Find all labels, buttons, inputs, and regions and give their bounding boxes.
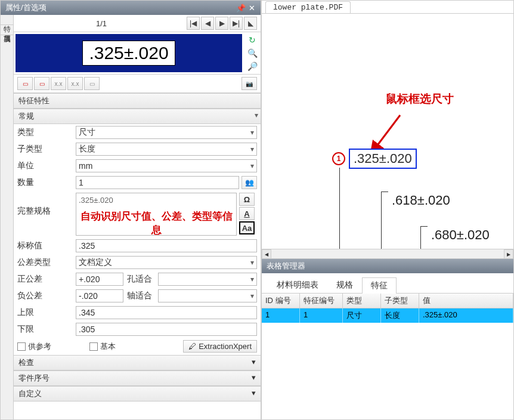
unit-select[interactable]: mm (76, 159, 257, 172)
ptol-label: 正公差 (17, 274, 76, 285)
table-row[interactable]: 1 1 尺寸 长度 .325±.020 (262, 308, 513, 323)
basic-label: 基本 (100, 341, 116, 352)
ntol-input[interactable]: -.020 (76, 289, 123, 302)
horizontal-scrollbar[interactable]: ◀ ▶ (262, 249, 513, 258)
qty-input[interactable]: 1 (76, 176, 239, 189)
tab-table[interactable]: 规格 (327, 277, 362, 293)
flag-icon[interactable]: ◣ (244, 17, 257, 30)
balloon-marker[interactable]: 1 (332, 152, 345, 165)
ntol-label: 负公差 (17, 291, 76, 301)
wand-icon: 🖊 (188, 342, 196, 351)
grid-header: ID 编号 特征编号 类型 子类型 值 (262, 294, 513, 308)
hint-text: 鼠标框选尺寸 (386, 91, 454, 107)
close-icon[interactable]: ✕ (247, 4, 256, 12)
leader-tick (420, 226, 428, 227)
ref-checkbox[interactable] (17, 342, 26, 351)
chevron-down-icon: ▾ (252, 373, 256, 384)
ptol2-select[interactable] (158, 273, 257, 286)
first-button[interactable]: |◀ (187, 17, 200, 30)
annotation-text: 自动识别尺寸值、公差、类型等信息 (79, 209, 234, 237)
omega-icon[interactable]: Ω (239, 193, 255, 206)
section-partseq[interactable]: 零件序号▾ (14, 370, 261, 386)
lower-input[interactable]: .305 (76, 323, 257, 336)
toltype-select[interactable]: 文档定义 (76, 256, 257, 269)
format-icon-2[interactable]: ▭ (34, 77, 49, 90)
dimension-2: .618±.020 (392, 193, 450, 208)
ntol2-select[interactable] (158, 289, 257, 302)
leader-line (381, 192, 382, 249)
side-tab-2[interactable]: 项目属 (1, 25, 13, 35)
leader-line (420, 226, 421, 249)
table-manager-header: 表格管理器 (262, 259, 513, 273)
leader-line (339, 168, 340, 249)
dimension-3: .680±.020 (431, 227, 490, 243)
format-icon-1[interactable]: ▭ (17, 77, 33, 90)
upper-label: 上限 (17, 307, 76, 318)
col-subtype: 子类型 (381, 294, 419, 308)
qty-link-icon[interactable]: 👥 (241, 176, 257, 189)
subtype-label: 子类型 (17, 144, 76, 155)
leader-tick (381, 192, 388, 192)
selected-dimension[interactable]: .325±.020 (349, 149, 417, 169)
style-aa-icon[interactable]: Aa (239, 221, 255, 234)
panel-title: 属性/首选项 (5, 2, 47, 13)
prev-button[interactable]: ◀ (201, 17, 214, 30)
document-tab-strip: lower plate.PDF (262, 1, 513, 14)
last-button[interactable]: ▶| (230, 17, 243, 30)
refresh-icon[interactable]: ↻ (246, 34, 258, 46)
style-a-icon[interactable]: A (239, 207, 255, 220)
svg-line-1 (376, 115, 400, 147)
zoom-fit-icon[interactable]: 🔎 (246, 60, 258, 72)
section-general[interactable]: 常规 (14, 109, 261, 124)
next-button[interactable]: ▶ (215, 17, 228, 30)
subtype-select[interactable]: 长度 (76, 143, 257, 156)
col-value: 值 (419, 294, 513, 308)
col-id: ID 编号 (262, 294, 300, 308)
scroll-right-icon[interactable]: ▶ (504, 249, 513, 259)
format-icon-4[interactable]: x.x (67, 77, 83, 90)
zoom-in-icon[interactable]: 🔍 (246, 47, 258, 59)
fullspec-value: .325±.020 (79, 196, 234, 205)
ref-label: 供参考 (28, 341, 51, 352)
col-type: 类型 (343, 294, 381, 308)
camera-icon[interactable]: 📷 (241, 77, 257, 90)
upper-input[interactable]: .345 (76, 306, 257, 319)
pager-label: 1/1 (17, 19, 185, 28)
chevron-down-icon: ▾ (252, 357, 256, 368)
ptol-input[interactable]: +.020 (76, 273, 123, 286)
fullspec-label: 完整规格 (17, 193, 76, 236)
format-icon-3[interactable]: x.x (51, 77, 66, 90)
nominal-input[interactable]: .325 (76, 239, 257, 252)
pager-row: 1/1 |◀ ◀ ▶ ▶| ◣ (14, 15, 261, 32)
unit-label: 单位 (17, 160, 76, 171)
section-inspection[interactable]: 检查▾ (14, 355, 261, 370)
tab-feature[interactable]: 特征 (362, 277, 397, 294)
nominal-label: 标称值 (17, 240, 76, 251)
lower-label: 下限 (17, 324, 76, 335)
basic-checkbox[interactable] (89, 342, 98, 351)
type-select[interactable]: 尺寸 (76, 126, 257, 139)
pdf-viewport[interactable]: 鼠标框选尺寸 1 .325±.020 .618±.020 .680±.020 (262, 14, 513, 249)
qty-label: 数量 (17, 177, 76, 188)
scroll-left-icon[interactable]: ◀ (262, 249, 271, 259)
toltype-label: 公差类型 (17, 257, 76, 268)
manager-tab-strip: 材料明细表 规格 特征 (262, 273, 513, 294)
arrow-icon (370, 112, 406, 154)
chevron-down-icon: ▾ (252, 388, 256, 399)
preview-value: .325±.020 (82, 41, 175, 66)
document-tab[interactable]: lower plate.PDF (265, 1, 351, 13)
ext-btn-label: ExtractionXpert (199, 342, 252, 351)
col-featid: 特征编号 (300, 294, 343, 308)
dimension-preview: .325±.020 (16, 34, 242, 72)
section-custom[interactable]: 自定义▾ (14, 386, 261, 402)
fullspec-box[interactable]: .325±.020 自动识别尺寸值、公差、类型等信息 (76, 193, 237, 236)
side-tab-1[interactable]: 特 (1, 15, 13, 25)
ptol2-label: 孔适合 (127, 274, 158, 285)
ntol2-label: 轴适合 (127, 291, 158, 301)
properties-panel-header: 属性/首选项 📌 ✕ (1, 1, 261, 15)
type-label: 类型 (17, 127, 76, 138)
extractionxpert-button[interactable]: 🖊 ExtractionXpert (183, 340, 257, 353)
pin-icon[interactable]: 📌 (237, 4, 245, 12)
tab-bom[interactable]: 材料明细表 (268, 277, 327, 293)
format-icon-5[interactable]: ▭ (84, 77, 100, 90)
